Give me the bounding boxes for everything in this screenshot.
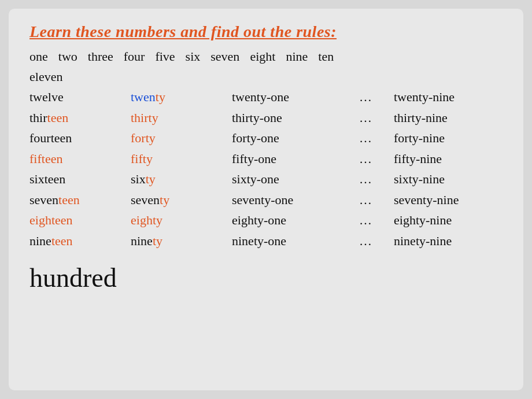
cell-forty: forty <box>131 128 232 148</box>
cell-forty-nine: forty-nine <box>394 128 509 148</box>
num-five: five <box>155 49 175 64</box>
cell-thirty-nine: thirty-nine <box>394 108 509 128</box>
cell-eighty-one: eighty-one <box>232 210 359 230</box>
cell-eighteen: eighteen <box>29 210 131 230</box>
cell-ninety-one: ninety-one <box>232 231 359 251</box>
cell-seventy: seventy <box>131 190 232 210</box>
num-three: three <box>88 49 113 64</box>
cell-dots-4: … <box>359 149 394 169</box>
page-title: Learn these numbers and find out the rul… <box>29 23 503 41</box>
cell-thirty: thirty <box>131 108 232 128</box>
numbers-grid: eleven twelve twenty twenty-one … twenty… <box>29 66 503 251</box>
num-seven: seven <box>210 49 239 64</box>
cell-empty-c3-r1 <box>232 66 359 87</box>
hundred-label: hundred <box>29 263 117 293</box>
main-card: Learn these numbers and find out the rul… <box>9 9 523 390</box>
cell-eleven: eleven <box>29 66 131 87</box>
num-ten: ten <box>318 49 334 64</box>
cell-dots-1: … <box>359 87 394 107</box>
cell-ninety-nine: ninety-nine <box>394 231 509 251</box>
cell-twenty: twenty <box>131 87 232 107</box>
row-one: one two three four five six seven eight … <box>29 49 503 64</box>
cell-fifteen: fifteen <box>29 149 131 169</box>
hundred-row: hundred <box>29 263 503 293</box>
num-nine: nine <box>286 49 308 64</box>
cell-dots-3: … <box>359 128 394 148</box>
cell-seventeen: seventeen <box>29 190 131 210</box>
num-eight: eight <box>250 49 275 64</box>
cell-eighty-nine: eighty-nine <box>394 210 509 230</box>
cell-forty-one: forty-one <box>232 128 359 148</box>
cell-empty-c4-r1 <box>359 66 394 87</box>
cell-twelve: twelve <box>29 87 131 107</box>
cell-nineteen: nineteen <box>29 231 131 251</box>
cell-twenty-nine: twenty-nine <box>394 87 509 107</box>
num-one: one <box>29 49 48 64</box>
cell-ninety: ninety <box>131 231 232 251</box>
num-six: six <box>186 49 201 64</box>
cell-fifty-one: fifty-one <box>232 149 359 169</box>
cell-dots-5: … <box>359 169 394 189</box>
num-two: two <box>58 49 77 64</box>
cell-dots-7: … <box>359 210 394 230</box>
cell-dots-2: … <box>359 108 394 128</box>
cell-thirty-one: thirty-one <box>232 108 359 128</box>
cell-eighty: eighty <box>131 210 232 230</box>
cell-empty-c5-r1 <box>394 66 509 87</box>
cell-fourteen: fourteen <box>29 128 131 148</box>
cell-seventy-nine: seventy-nine <box>394 190 509 210</box>
cell-twenty-one: twenty-one <box>232 87 359 107</box>
cell-thirteen: thirteen <box>29 108 131 128</box>
cell-dots-6: … <box>359 190 394 210</box>
cell-sixty: sixty <box>131 169 232 189</box>
num-four: four <box>124 49 145 64</box>
cell-dots-8: … <box>359 231 394 251</box>
cell-sixty-one: sixty-one <box>232 169 359 189</box>
cell-fifty-nine: fifty-nine <box>394 149 509 169</box>
cell-sixty-nine: sixty-nine <box>394 169 509 189</box>
cell-fifty: fifty <box>131 149 232 169</box>
cell-sixteen: sixteen <box>29 169 131 189</box>
cell-seventy-one: seventy-one <box>232 190 359 210</box>
cell-empty-c2-r1 <box>131 66 232 87</box>
